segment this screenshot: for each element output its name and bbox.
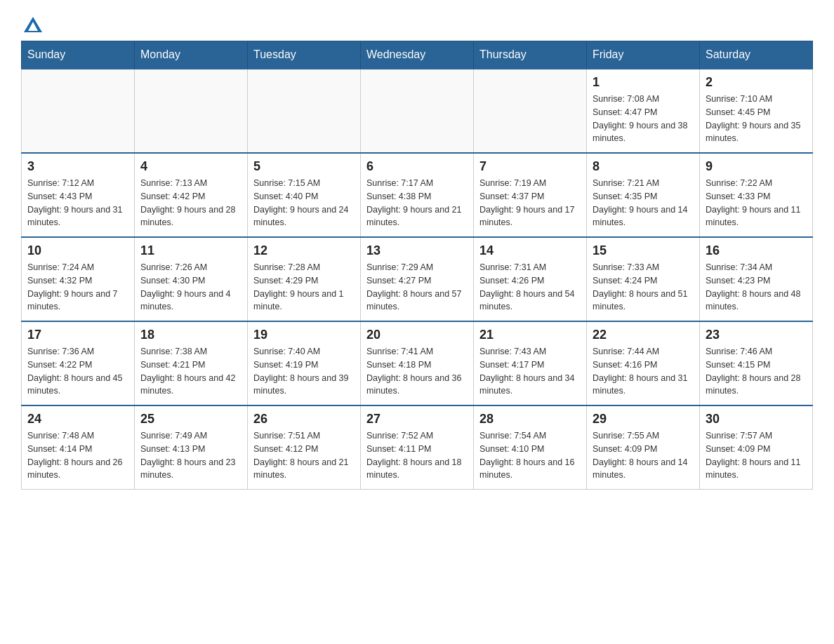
calendar-week-row: 3Sunrise: 7:12 AM Sunset: 4:43 PM Daylig… bbox=[22, 153, 813, 237]
calendar-cell: 19Sunrise: 7:40 AM Sunset: 4:19 PM Dayli… bbox=[248, 321, 361, 405]
day-info: Sunrise: 7:21 AM Sunset: 4:35 PM Dayligh… bbox=[593, 177, 694, 229]
day-number: 25 bbox=[140, 412, 241, 427]
day-info: Sunrise: 7:48 AM Sunset: 4:14 PM Dayligh… bbox=[27, 429, 128, 482]
day-number: 5 bbox=[253, 159, 355, 174]
calendar-cell: 6Sunrise: 7:17 AM Sunset: 4:38 PM Daylig… bbox=[361, 153, 474, 237]
day-info: Sunrise: 7:51 AM Sunset: 4:12 PM Dayligh… bbox=[253, 429, 355, 482]
calendar-cell: 2Sunrise: 7:10 AM Sunset: 4:45 PM Daylig… bbox=[700, 69, 813, 153]
day-number: 16 bbox=[706, 243, 807, 258]
calendar-cell: 16Sunrise: 7:34 AM Sunset: 4:23 PM Dayli… bbox=[700, 237, 813, 321]
calendar-cell bbox=[135, 69, 248, 153]
day-info: Sunrise: 7:22 AM Sunset: 4:33 PM Dayligh… bbox=[706, 177, 807, 229]
day-number: 10 bbox=[27, 243, 128, 258]
calendar-cell: 11Sunrise: 7:26 AM Sunset: 4:30 PM Dayli… bbox=[135, 237, 248, 321]
weekday-header-sunday: Sunday bbox=[22, 41, 135, 69]
day-info: Sunrise: 7:46 AM Sunset: 4:15 PM Dayligh… bbox=[706, 345, 807, 398]
calendar-week-row: 24Sunrise: 7:48 AM Sunset: 4:14 PM Dayli… bbox=[22, 405, 813, 490]
calendar-cell: 12Sunrise: 7:28 AM Sunset: 4:29 PM Dayli… bbox=[248, 237, 361, 321]
day-info: Sunrise: 7:38 AM Sunset: 4:21 PM Dayligh… bbox=[140, 345, 241, 398]
day-info: Sunrise: 7:33 AM Sunset: 4:24 PM Dayligh… bbox=[593, 261, 694, 314]
day-info: Sunrise: 7:43 AM Sunset: 4:17 PM Dayligh… bbox=[479, 345, 581, 398]
weekday-header-tuesday: Tuesday bbox=[248, 41, 361, 69]
day-info: Sunrise: 7:10 AM Sunset: 4:45 PM Dayligh… bbox=[706, 93, 807, 145]
day-number: 4 bbox=[140, 159, 241, 174]
day-info: Sunrise: 7:13 AM Sunset: 4:42 PM Dayligh… bbox=[140, 177, 241, 229]
day-info: Sunrise: 7:52 AM Sunset: 4:11 PM Dayligh… bbox=[366, 429, 468, 482]
calendar-cell: 10Sunrise: 7:24 AM Sunset: 4:32 PM Dayli… bbox=[22, 237, 135, 321]
calendar-cell: 5Sunrise: 7:15 AM Sunset: 4:40 PM Daylig… bbox=[248, 153, 361, 237]
day-number: 24 bbox=[27, 412, 128, 427]
calendar-table: SundayMondayTuesdayWednesdayThursdayFrid… bbox=[21, 41, 813, 490]
day-number: 20 bbox=[366, 328, 468, 342]
calendar-cell: 9Sunrise: 7:22 AM Sunset: 4:33 PM Daylig… bbox=[700, 153, 813, 237]
calendar-cell: 14Sunrise: 7:31 AM Sunset: 4:26 PM Dayli… bbox=[474, 237, 587, 321]
calendar-cell bbox=[248, 69, 361, 153]
weekday-header-thursday: Thursday bbox=[474, 41, 587, 69]
day-info: Sunrise: 7:29 AM Sunset: 4:27 PM Dayligh… bbox=[366, 261, 468, 314]
calendar-cell: 21Sunrise: 7:43 AM Sunset: 4:17 PM Dayli… bbox=[474, 321, 587, 405]
weekday-header-friday: Friday bbox=[587, 41, 700, 69]
day-info: Sunrise: 7:24 AM Sunset: 4:32 PM Dayligh… bbox=[27, 261, 128, 314]
calendar-cell: 7Sunrise: 7:19 AM Sunset: 4:37 PM Daylig… bbox=[474, 153, 587, 237]
day-number: 11 bbox=[140, 243, 241, 258]
day-number: 17 bbox=[27, 328, 128, 342]
day-info: Sunrise: 7:31 AM Sunset: 4:26 PM Dayligh… bbox=[479, 261, 581, 314]
calendar-body: 1Sunrise: 7:08 AM Sunset: 4:47 PM Daylig… bbox=[22, 69, 813, 490]
day-number: 21 bbox=[479, 328, 581, 342]
day-number: 22 bbox=[593, 328, 694, 342]
day-info: Sunrise: 7:40 AM Sunset: 4:19 PM Dayligh… bbox=[253, 345, 355, 398]
day-number: 30 bbox=[706, 412, 807, 427]
day-number: 27 bbox=[366, 412, 468, 427]
calendar-cell: 26Sunrise: 7:51 AM Sunset: 4:12 PM Dayli… bbox=[248, 405, 361, 490]
day-number: 3 bbox=[27, 159, 128, 174]
day-info: Sunrise: 7:15 AM Sunset: 4:40 PM Dayligh… bbox=[253, 177, 355, 229]
day-number: 2 bbox=[706, 75, 807, 90]
weekday-header-saturday: Saturday bbox=[700, 41, 813, 69]
day-number: 13 bbox=[366, 243, 468, 258]
logo-icon bbox=[22, 15, 44, 34]
day-number: 18 bbox=[140, 328, 241, 342]
calendar-cell: 15Sunrise: 7:33 AM Sunset: 4:24 PM Dayli… bbox=[587, 237, 700, 321]
day-number: 12 bbox=[253, 243, 355, 258]
day-info: Sunrise: 7:12 AM Sunset: 4:43 PM Dayligh… bbox=[27, 177, 128, 229]
weekday-header-row: SundayMondayTuesdayWednesdayThursdayFrid… bbox=[22, 41, 813, 69]
logo bbox=[21, 14, 44, 34]
calendar-cell: 27Sunrise: 7:52 AM Sunset: 4:11 PM Dayli… bbox=[361, 405, 474, 490]
day-number: 7 bbox=[479, 159, 581, 174]
calendar-cell: 30Sunrise: 7:57 AM Sunset: 4:09 PM Dayli… bbox=[700, 405, 813, 490]
weekday-header-monday: Monday bbox=[135, 41, 248, 69]
calendar-cell: 4Sunrise: 7:13 AM Sunset: 4:42 PM Daylig… bbox=[135, 153, 248, 237]
day-number: 6 bbox=[366, 159, 468, 174]
calendar-cell bbox=[361, 69, 474, 153]
day-number: 29 bbox=[593, 412, 694, 427]
day-number: 28 bbox=[479, 412, 581, 427]
calendar-week-row: 17Sunrise: 7:36 AM Sunset: 4:22 PM Dayli… bbox=[22, 321, 813, 405]
calendar-cell: 3Sunrise: 7:12 AM Sunset: 4:43 PM Daylig… bbox=[22, 153, 135, 237]
day-info: Sunrise: 7:28 AM Sunset: 4:29 PM Dayligh… bbox=[253, 261, 355, 314]
calendar-cell bbox=[22, 69, 135, 153]
day-info: Sunrise: 7:08 AM Sunset: 4:47 PM Dayligh… bbox=[593, 93, 694, 145]
day-number: 15 bbox=[593, 243, 694, 258]
calendar-cell: 8Sunrise: 7:21 AM Sunset: 4:35 PM Daylig… bbox=[587, 153, 700, 237]
day-number: 14 bbox=[479, 243, 581, 258]
day-info: Sunrise: 7:34 AM Sunset: 4:23 PM Dayligh… bbox=[706, 261, 807, 314]
calendar-week-row: 1Sunrise: 7:08 AM Sunset: 4:47 PM Daylig… bbox=[22, 69, 813, 153]
calendar-cell: 20Sunrise: 7:41 AM Sunset: 4:18 PM Dayli… bbox=[361, 321, 474, 405]
calendar-cell: 22Sunrise: 7:44 AM Sunset: 4:16 PM Dayli… bbox=[587, 321, 700, 405]
day-number: 23 bbox=[706, 328, 807, 342]
day-info: Sunrise: 7:57 AM Sunset: 4:09 PM Dayligh… bbox=[706, 429, 807, 482]
day-number: 8 bbox=[593, 159, 694, 174]
calendar-cell bbox=[474, 69, 587, 153]
calendar-cell: 29Sunrise: 7:55 AM Sunset: 4:09 PM Dayli… bbox=[587, 405, 700, 490]
calendar-cell: 18Sunrise: 7:38 AM Sunset: 4:21 PM Dayli… bbox=[135, 321, 248, 405]
day-number: 1 bbox=[593, 75, 694, 90]
calendar-cell: 1Sunrise: 7:08 AM Sunset: 4:47 PM Daylig… bbox=[587, 69, 700, 153]
calendar-week-row: 10Sunrise: 7:24 AM Sunset: 4:32 PM Dayli… bbox=[22, 237, 813, 321]
calendar-cell: 25Sunrise: 7:49 AM Sunset: 4:13 PM Dayli… bbox=[135, 405, 248, 490]
day-number: 26 bbox=[253, 412, 355, 427]
calendar-header: SundayMondayTuesdayWednesdayThursdayFrid… bbox=[22, 41, 813, 69]
day-info: Sunrise: 7:55 AM Sunset: 4:09 PM Dayligh… bbox=[593, 429, 694, 482]
day-info: Sunrise: 7:26 AM Sunset: 4:30 PM Dayligh… bbox=[140, 261, 241, 314]
day-info: Sunrise: 7:36 AM Sunset: 4:22 PM Dayligh… bbox=[27, 345, 128, 398]
calendar-cell: 28Sunrise: 7:54 AM Sunset: 4:10 PM Dayli… bbox=[474, 405, 587, 490]
